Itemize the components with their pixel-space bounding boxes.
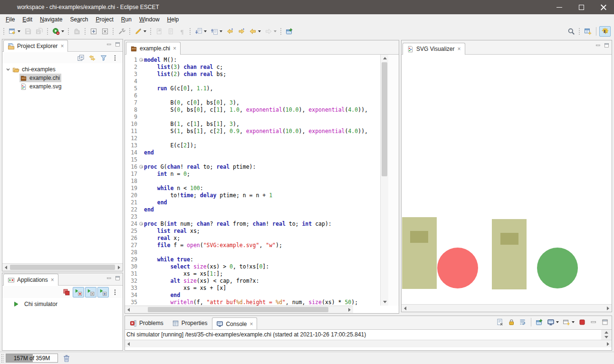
back-button[interactable] [248, 27, 262, 36]
open-perspective-button[interactable] [583, 27, 593, 36]
tree-item-chi-examples[interactable]: chi-examples [2, 65, 123, 74]
menu-help[interactable]: Help [163, 15, 183, 24]
maximize-view-icon[interactable] [115, 41, 121, 48]
dropdown-caret-icon[interactable] [61, 30, 64, 32]
auto-expand-button[interactable] [97, 287, 109, 297]
forward-button[interactable] [263, 27, 278, 36]
close-icon[interactable]: × [457, 47, 460, 51]
next-edit-location-button[interactable] [236, 27, 247, 36]
project-explorer-hscrollbar[interactable] [2, 263, 123, 271]
console-vscrollbar[interactable] [601, 329, 612, 340]
close-icon[interactable]: × [173, 46, 176, 51]
scrollbar-thumb[interactable] [10, 265, 115, 270]
close-icon[interactable]: × [249, 322, 253, 326]
close-icon[interactable]: × [51, 278, 54, 282]
show-whitespace-button[interactable]: ¶ [177, 27, 187, 36]
dropdown-caret-icon[interactable] [572, 321, 575, 323]
console-hscrollbar[interactable] [125, 340, 612, 347]
last-edit-location-button[interactable] [225, 27, 235, 36]
editor-vscrollbar[interactable] [380, 55, 388, 306]
clear-console-button[interactable] [495, 317, 505, 327]
dropdown-caret-icon[interactable] [220, 30, 222, 32]
minimize-button[interactable] [588, 317, 599, 327]
menu-project[interactable]: Project [92, 15, 117, 24]
search-button[interactable] [566, 27, 576, 36]
save-button[interactable] [23, 27, 33, 36]
dropdown-caret-icon[interactable] [18, 30, 20, 32]
collapse-all-button[interactable] [76, 53, 86, 63]
scroll-lock-button[interactable] [506, 317, 517, 327]
open-new-view-button[interactable] [284, 27, 295, 36]
window-maximize-button[interactable] [570, 0, 592, 14]
menu-navigate[interactable]: Navigate [36, 15, 66, 24]
previous-annotation-button[interactable] [209, 27, 224, 36]
scroll-left-icon[interactable] [127, 308, 130, 312]
tab-example-chi[interactable]: example.chi × [126, 42, 181, 55]
dropdown-caret-icon[interactable] [556, 321, 559, 323]
open-console-button[interactable] [561, 317, 576, 327]
tab-applications[interactable]: Applications × [3, 274, 58, 286]
terminate-button[interactable] [577, 317, 587, 327]
display-selected-console-button[interactable] [546, 317, 560, 327]
menu-file[interactable]: File [2, 15, 19, 24]
minimize-view-icon[interactable] [106, 275, 112, 281]
view-menu-button[interactable] [110, 53, 120, 63]
fold-marker-icon[interactable] [139, 220, 144, 228]
fold-marker-icon[interactable] [139, 163, 144, 171]
scroll-right-icon[interactable] [607, 342, 609, 346]
application-item[interactable]: Chi simulator [2, 300, 123, 308]
run-tool-button[interactable] [51, 27, 66, 36]
code-editor[interactable]: 1model M():2 list(3) chan real c;3 list(… [125, 55, 399, 306]
window-close-button[interactable] [592, 0, 614, 14]
add-box-button[interactable] [88, 27, 99, 36]
highlight-button[interactable] [133, 27, 148, 36]
external-tool-button[interactable] [72, 27, 82, 36]
scroll-left-icon[interactable] [127, 342, 130, 346]
maximize-button[interactable] [600, 317, 610, 327]
dropdown-caret-icon[interactable] [274, 30, 277, 32]
menu-run[interactable]: Run [117, 15, 135, 24]
tree-item-example-chi[interactable]: example.chi [2, 74, 123, 82]
save-all-button[interactable] [34, 27, 45, 36]
word-wrap-button[interactable] [518, 317, 528, 327]
editor-hscrollbar[interactable] [125, 306, 353, 313]
scroll-down-icon[interactable] [383, 301, 387, 303]
minimize-view-icon[interactable] [595, 42, 601, 48]
next-annotation-button[interactable] [193, 27, 208, 36]
tab-console[interactable]: Console× [212, 317, 257, 330]
maximize-view-icon[interactable] [115, 275, 121, 281]
scroll-right-icon[interactable] [118, 266, 120, 269]
scroll-up-icon[interactable] [604, 331, 608, 334]
tab-properties[interactable]: Properties [168, 317, 211, 329]
link-with-editor-button[interactable] [87, 53, 97, 63]
menu-window[interactable]: Window [135, 15, 163, 24]
scrollbar-thumb[interactable] [148, 307, 328, 312]
menu-edit[interactable]: Edit [19, 15, 36, 24]
scroll-left-icon[interactable] [5, 266, 7, 269]
window-minimize-button[interactable] [548, 0, 570, 14]
applications-list[interactable]: Chi simulator [2, 298, 123, 350]
scroll-down-icon[interactable] [604, 336, 608, 338]
new-wizard-button[interactable] [7, 27, 22, 36]
minimize-view-icon[interactable] [106, 41, 112, 48]
tree-item-example-svg[interactable]: example.svg [2, 82, 123, 91]
menu-search[interactable]: Search [66, 15, 92, 24]
tab-problems[interactable]: Problems [126, 317, 167, 329]
pin-console-button[interactable] [534, 317, 545, 327]
garbage-collect-button[interactable] [62, 354, 71, 363]
view-menu-button[interactable] [110, 287, 120, 297]
close-icon[interactable]: × [60, 44, 64, 48]
expander-open-icon[interactable] [5, 67, 11, 72]
scroll-left-icon[interactable] [404, 307, 406, 310]
configure-button[interactable] [116, 27, 127, 36]
escet-perspective-button[interactable]: E [599, 26, 611, 37]
svg-visualizer-hscrollbar[interactable] [402, 304, 612, 312]
dropdown-caret-icon[interactable] [258, 30, 261, 32]
console-output[interactable]: Chi simulator [running] /test/35-chi-exa… [125, 329, 601, 340]
fold-marker-icon[interactable] [139, 57, 144, 64]
scroll-right-icon[interactable] [348, 308, 351, 312]
scroll-up-icon[interactable] [383, 57, 387, 59]
open-doc-button[interactable] [165, 27, 176, 36]
scrollbar-thumb[interactable] [382, 62, 387, 176]
dropdown-caret-icon[interactable] [144, 30, 146, 32]
